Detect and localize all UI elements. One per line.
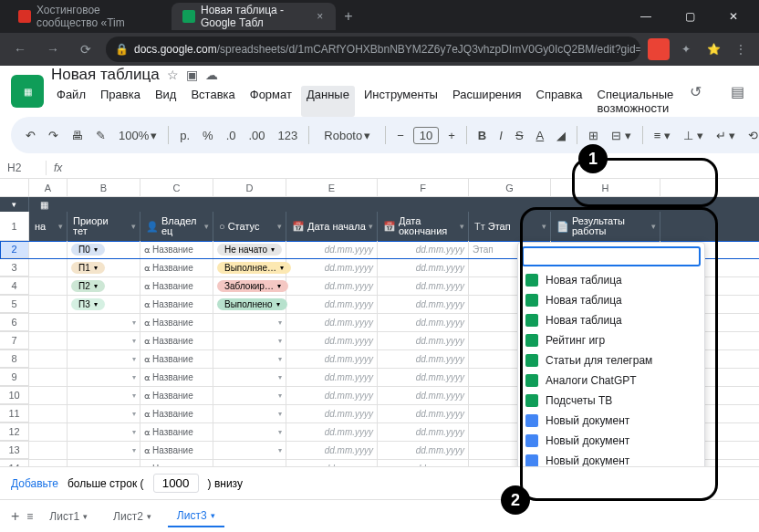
- owner-chip[interactable]: ⍺ Название: [144, 354, 193, 364]
- browser-tab-active[interactable]: Новая таблица - Google Табл ×: [172, 3, 336, 30]
- row-number[interactable]: 5: [0, 296, 29, 313]
- dropdown-item[interactable]: Новая таблица: [518, 290, 704, 310]
- cell[interactable]: ▾: [68, 405, 140, 422]
- history-icon[interactable]: ↺: [679, 75, 712, 108]
- menu-item[interactable]: Данные: [301, 86, 355, 117]
- cell[interactable]: dd.mm.yyyy: [286, 387, 378, 404]
- row-number[interactable]: 9: [0, 369, 29, 386]
- table-header-cell[interactable]: на▾: [29, 212, 68, 241]
- table-header-stage[interactable]: ТтЭтап▾: [469, 212, 551, 241]
- cell[interactable]: Выполняе…▾: [213, 259, 286, 276]
- table-header-priority[interactable]: Приори тет▾: [68, 212, 140, 241]
- cell[interactable]: ▾: [213, 405, 286, 422]
- column-header[interactable]: F: [378, 179, 469, 196]
- table-dropdown-icon[interactable]: ▾: [0, 197, 29, 212]
- cell[interactable]: ▾: [68, 460, 140, 466]
- cell[interactable]: ⍺ Название: [140, 387, 213, 404]
- cell[interactable]: [29, 314, 68, 331]
- table-header-status[interactable]: ○Статус▾: [213, 212, 286, 241]
- menu-item[interactable]: Вид: [150, 86, 182, 117]
- owner-chip[interactable]: ⍺ Название: [144, 281, 193, 291]
- cell[interactable]: dd.mm.yyyy: [286, 460, 378, 466]
- text-color-button[interactable]: A: [533, 127, 548, 144]
- undo-button[interactable]: ↶: [22, 127, 39, 144]
- cell[interactable]: [29, 387, 68, 404]
- cell[interactable]: ▾: [213, 332, 286, 349]
- column-header[interactable]: C: [140, 179, 213, 196]
- row-number[interactable]: 10: [0, 387, 29, 404]
- row-number[interactable]: 7: [0, 332, 29, 349]
- select-all-corner[interactable]: [0, 179, 29, 196]
- increase-decimal-button[interactable]: .00: [245, 127, 269, 144]
- menu-item[interactable]: Правка: [95, 86, 146, 117]
- row-number[interactable]: 4: [0, 277, 29, 295]
- close-window-button[interactable]: ✕: [715, 3, 752, 30]
- row-number[interactable]: 3: [0, 259, 29, 276]
- font-size-input[interactable]: 10: [413, 127, 439, 144]
- column-header[interactable]: H: [551, 179, 660, 196]
- cell[interactable]: ▾: [68, 423, 140, 441]
- dropdown-item[interactable]: Новая таблица: [518, 270, 704, 290]
- table-header-end-date[interactable]: 📅Дата окончания▾: [378, 212, 469, 241]
- valign-button[interactable]: ⊥ ▾: [680, 127, 707, 144]
- cell[interactable]: ⍺ Название: [140, 442, 213, 459]
- minimize-button[interactable]: —: [628, 3, 664, 30]
- status-chip[interactable]: Выполняе…▾: [217, 262, 291, 274]
- owner-chip[interactable]: ⍺ Название: [144, 409, 193, 419]
- table-header-start-date[interactable]: 📅Дата начала▾: [286, 212, 378, 241]
- owner-chip[interactable]: ⍺ Название: [144, 336, 193, 346]
- percent-button[interactable]: %: [199, 127, 217, 144]
- cell[interactable]: ⍺ Название: [140, 423, 213, 441]
- cell[interactable]: [29, 277, 68, 295]
- sheets-logo-icon[interactable]: ▦: [11, 75, 44, 108]
- dropdown-item[interactable]: Подсчеты ТВ: [518, 391, 704, 411]
- cell[interactable]: dd.mm.yyyy: [286, 314, 378, 331]
- cell[interactable]: dd.mm.yyyy: [378, 241, 469, 258]
- dropdown-item[interactable]: Рейтинг игр: [518, 330, 704, 350]
- cell[interactable]: [29, 241, 68, 258]
- cell[interactable]: ▾: [213, 387, 286, 404]
- row-number[interactable]: 2: [0, 241, 29, 258]
- cell[interactable]: dd.mm.yyyy: [286, 277, 378, 295]
- cell[interactable]: ▾: [68, 350, 140, 368]
- cell[interactable]: ⍺ Название: [140, 277, 213, 295]
- menu-item[interactable]: Формат: [244, 86, 297, 117]
- cell[interactable]: [29, 460, 68, 466]
- table-header-owner[interactable]: 👤Владел ец▾: [140, 212, 213, 241]
- owner-chip[interactable]: ⍺ Название: [144, 318, 193, 328]
- print-button[interactable]: 🖶: [68, 127, 87, 144]
- comment-icon[interactable]: ▤: [721, 75, 754, 108]
- cell[interactable]: ▾: [68, 369, 140, 386]
- strikethrough-button[interactable]: S: [512, 127, 527, 144]
- decrease-font-button[interactable]: −: [393, 127, 408, 144]
- column-header[interactable]: E: [286, 179, 378, 196]
- cell[interactable]: ▾: [213, 314, 286, 331]
- dropdown-item[interactable]: Новый документ: [518, 431, 704, 451]
- column-header[interactable]: A: [29, 179, 68, 196]
- cell[interactable]: ⍺ Название: [140, 296, 213, 313]
- cell[interactable]: ⍺ Название: [140, 460, 213, 466]
- rows-count-input[interactable]: [153, 474, 199, 493]
- cell[interactable]: dd.mm.yyyy: [286, 259, 378, 276]
- decrease-decimal-button[interactable]: .0: [223, 127, 240, 144]
- cell[interactable]: П1▾: [68, 259, 140, 276]
- cell[interactable]: ⍺ Название: [140, 332, 213, 349]
- cell[interactable]: dd.mm.yyyy: [378, 405, 469, 422]
- folder-icon[interactable]: ▣: [186, 68, 198, 82]
- row-number[interactable]: 8: [0, 350, 29, 368]
- status-chip[interactable]: Заблокир…▾: [217, 280, 288, 292]
- cell[interactable]: ▾: [68, 332, 140, 349]
- cell[interactable]: dd.mm.yyyy: [286, 296, 378, 313]
- redo-button[interactable]: ↷: [45, 127, 62, 144]
- cell[interactable]: П2▾: [68, 277, 140, 295]
- cell[interactable]: Не начато▾: [213, 241, 286, 258]
- cell[interactable]: ▾: [213, 369, 286, 386]
- maximize-button[interactable]: ▢: [671, 3, 708, 30]
- paint-format-button[interactable]: ✎: [92, 127, 109, 144]
- status-chip[interactable]: Выполнено▾: [217, 298, 287, 310]
- row-number[interactable]: 11: [0, 405, 29, 422]
- row-number[interactable]: 12: [0, 423, 29, 441]
- cell[interactable]: ▾: [68, 314, 140, 331]
- priority-chip[interactable]: П0▾: [71, 244, 105, 256]
- wrap-button[interactable]: ↵ ▾: [712, 127, 740, 144]
